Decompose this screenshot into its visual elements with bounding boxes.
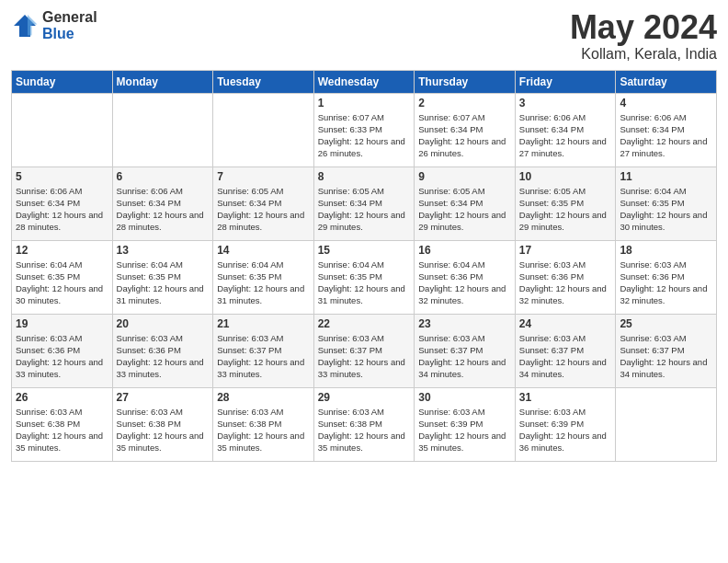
day-number: 17 <box>519 244 612 257</box>
day-number: 12 <box>16 244 108 257</box>
day-number: 23 <box>418 317 511 330</box>
day-info: Sunrise: 6:05 AM Sunset: 6:34 PM Dayligh… <box>318 185 411 234</box>
day-number: 15 <box>318 244 411 257</box>
calendar-cell: 19Sunrise: 6:03 AM Sunset: 6:36 PM Dayli… <box>12 314 113 387</box>
calendar-cell: 15Sunrise: 6:04 AM Sunset: 6:35 PM Dayli… <box>313 240 415 314</box>
week-row-5: 26Sunrise: 6:03 AM Sunset: 6:38 PM Dayli… <box>12 387 717 461</box>
calendar-cell <box>112 93 213 167</box>
th-sunday: Sunday <box>12 70 113 93</box>
day-number: 4 <box>620 97 712 109</box>
calendar-cell: 5Sunrise: 6:06 AM Sunset: 6:34 PM Daylig… <box>12 167 113 240</box>
day-number: 29 <box>318 391 411 404</box>
day-info: Sunrise: 6:07 AM Sunset: 6:34 PM Dayligh… <box>418 111 511 160</box>
calendar-cell: 22Sunrise: 6:03 AM Sunset: 6:37 PM Dayli… <box>313 314 415 387</box>
calendar-cell: 23Sunrise: 6:03 AM Sunset: 6:37 PM Dayli… <box>415 314 516 387</box>
calendar-cell: 1Sunrise: 6:07 AM Sunset: 6:33 PM Daylig… <box>313 93 415 167</box>
day-info: Sunrise: 6:03 AM Sunset: 6:39 PM Dayligh… <box>418 406 511 454</box>
logo-blue-text: Blue <box>42 26 97 42</box>
day-info: Sunrise: 6:03 AM Sunset: 6:36 PM Dayligh… <box>16 332 108 381</box>
day-number: 14 <box>217 244 310 257</box>
week-row-3: 12Sunrise: 6:04 AM Sunset: 6:35 PM Dayli… <box>12 240 717 314</box>
calendar-cell: 10Sunrise: 6:05 AM Sunset: 6:35 PM Dayli… <box>515 167 616 240</box>
week-row-2: 5Sunrise: 6:06 AM Sunset: 6:34 PM Daylig… <box>12 167 717 240</box>
day-info: Sunrise: 6:03 AM Sunset: 6:38 PM Dayligh… <box>117 406 210 454</box>
calendar-cell: 21Sunrise: 6:03 AM Sunset: 6:37 PM Dayli… <box>213 314 314 387</box>
page: General Blue May 2024 Kollam, Kerala, In… <box>0 0 728 563</box>
day-info: Sunrise: 6:03 AM Sunset: 6:38 PM Dayligh… <box>318 406 411 454</box>
calendar-cell: 7Sunrise: 6:05 AM Sunset: 6:34 PM Daylig… <box>213 167 314 240</box>
day-info: Sunrise: 6:03 AM Sunset: 6:38 PM Dayligh… <box>16 406 108 454</box>
day-info: Sunrise: 6:04 AM Sunset: 6:35 PM Dayligh… <box>16 259 108 307</box>
day-number: 28 <box>217 391 310 404</box>
calendar-cell: 11Sunrise: 6:04 AM Sunset: 6:35 PM Dayli… <box>616 167 717 240</box>
calendar-cell: 4Sunrise: 6:06 AM Sunset: 6:34 PM Daylig… <box>616 93 717 167</box>
day-info: Sunrise: 6:04 AM Sunset: 6:35 PM Dayligh… <box>117 259 210 307</box>
week-row-1: 1Sunrise: 6:07 AM Sunset: 6:33 PM Daylig… <box>12 93 717 167</box>
day-info: Sunrise: 6:07 AM Sunset: 6:33 PM Dayligh… <box>318 111 411 160</box>
day-info: Sunrise: 6:03 AM Sunset: 6:37 PM Dayligh… <box>318 332 411 381</box>
title-block: May 2024 Kollam, Kerala, India <box>570 9 717 63</box>
day-info: Sunrise: 6:05 AM Sunset: 6:34 PM Dayligh… <box>418 185 511 234</box>
day-number: 3 <box>519 97 612 109</box>
day-info: Sunrise: 6:03 AM Sunset: 6:37 PM Dayligh… <box>620 332 712 381</box>
day-number: 10 <box>519 170 612 183</box>
logo-general-text: General <box>42 9 97 26</box>
calendar-table: Sunday Monday Tuesday Wednesday Thursday… <box>11 70 717 462</box>
day-number: 7 <box>217 170 310 183</box>
day-number: 2 <box>418 97 511 109</box>
day-number: 20 <box>117 317 210 330</box>
calendar-cell: 9Sunrise: 6:05 AM Sunset: 6:34 PM Daylig… <box>415 167 516 240</box>
day-number: 11 <box>620 170 712 183</box>
day-info: Sunrise: 6:03 AM Sunset: 6:37 PM Dayligh… <box>217 332 310 381</box>
day-number: 26 <box>16 391 108 404</box>
day-info: Sunrise: 6:03 AM Sunset: 6:37 PM Dayligh… <box>418 332 511 381</box>
calendar-cell: 28Sunrise: 6:03 AM Sunset: 6:38 PM Dayli… <box>213 387 314 461</box>
calendar-cell: 12Sunrise: 6:04 AM Sunset: 6:35 PM Dayli… <box>12 240 113 314</box>
calendar-cell: 8Sunrise: 6:05 AM Sunset: 6:34 PM Daylig… <box>313 167 415 240</box>
day-info: Sunrise: 6:04 AM Sunset: 6:35 PM Dayligh… <box>217 259 310 307</box>
day-number: 27 <box>117 391 210 404</box>
th-friday: Friday <box>515 70 616 93</box>
day-info: Sunrise: 6:06 AM Sunset: 6:34 PM Dayligh… <box>620 111 712 160</box>
day-number: 25 <box>620 317 712 330</box>
calendar-cell: 18Sunrise: 6:03 AM Sunset: 6:36 PM Dayli… <box>616 240 717 314</box>
logo-text: General Blue <box>42 9 97 41</box>
weekday-header-row: Sunday Monday Tuesday Wednesday Thursday… <box>12 70 717 93</box>
calendar-cell: 26Sunrise: 6:03 AM Sunset: 6:38 PM Dayli… <box>12 387 113 461</box>
day-number: 1 <box>318 97 411 109</box>
calendar-cell: 31Sunrise: 6:03 AM Sunset: 6:39 PM Dayli… <box>515 387 616 461</box>
day-number: 24 <box>519 317 612 330</box>
day-number: 8 <box>318 170 411 183</box>
day-number: 19 <box>16 317 108 330</box>
th-wednesday: Wednesday <box>313 70 415 93</box>
logo: General Blue <box>11 9 97 41</box>
day-info: Sunrise: 6:03 AM Sunset: 6:38 PM Dayligh… <box>217 406 310 454</box>
day-info: Sunrise: 6:04 AM Sunset: 6:36 PM Dayligh… <box>418 259 511 307</box>
day-info: Sunrise: 6:03 AM Sunset: 6:36 PM Dayligh… <box>620 259 712 307</box>
month-title: May 2024 <box>570 9 717 46</box>
th-monday: Monday <box>112 70 213 93</box>
day-number: 31 <box>519 391 612 404</box>
day-info: Sunrise: 6:05 AM Sunset: 6:35 PM Dayligh… <box>519 185 612 234</box>
day-number: 21 <box>217 317 310 330</box>
calendar-cell: 29Sunrise: 6:03 AM Sunset: 6:38 PM Dayli… <box>313 387 415 461</box>
calendar-cell: 3Sunrise: 6:06 AM Sunset: 6:34 PM Daylig… <box>515 93 616 167</box>
day-number: 18 <box>620 244 712 257</box>
day-info: Sunrise: 6:06 AM Sunset: 6:34 PM Dayligh… <box>117 185 210 234</box>
th-thursday: Thursday <box>415 70 516 93</box>
calendar-cell: 14Sunrise: 6:04 AM Sunset: 6:35 PM Dayli… <box>213 240 314 314</box>
header: General Blue May 2024 Kollam, Kerala, In… <box>11 9 717 63</box>
day-number: 16 <box>418 244 511 257</box>
day-info: Sunrise: 6:03 AM Sunset: 6:36 PM Dayligh… <box>519 259 612 307</box>
day-number: 30 <box>418 391 511 404</box>
svg-marker-0 <box>14 15 36 37</box>
calendar-cell: 30Sunrise: 6:03 AM Sunset: 6:39 PM Dayli… <box>415 387 516 461</box>
calendar-cell: 17Sunrise: 6:03 AM Sunset: 6:36 PM Dayli… <box>515 240 616 314</box>
day-info: Sunrise: 6:03 AM Sunset: 6:37 PM Dayligh… <box>519 332 612 381</box>
day-number: 9 <box>418 170 511 183</box>
day-info: Sunrise: 6:04 AM Sunset: 6:35 PM Dayligh… <box>318 259 411 307</box>
location-title: Kollam, Kerala, India <box>570 46 717 63</box>
th-tuesday: Tuesday <box>213 70 314 93</box>
calendar-cell: 16Sunrise: 6:04 AM Sunset: 6:36 PM Dayli… <box>415 240 516 314</box>
calendar-cell: 6Sunrise: 6:06 AM Sunset: 6:34 PM Daylig… <box>112 167 213 240</box>
